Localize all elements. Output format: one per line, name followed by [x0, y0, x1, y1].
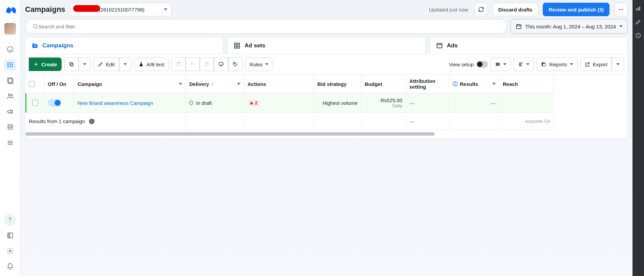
- tab-ads[interactable]: Ads: [430, 37, 628, 54]
- reports-icon: [541, 62, 546, 67]
- edit-button[interactable]: Edit: [93, 58, 119, 71]
- row-budget-cell: Rs525.00Daily: [361, 93, 406, 113]
- nav-billing-icon[interactable]: [4, 121, 16, 133]
- svg-point-34: [234, 63, 235, 64]
- account-selector[interactable]: (281021510077798): [70, 3, 172, 16]
- svg-rect-30: [69, 63, 72, 65]
- paste-button[interactable]: [171, 58, 186, 71]
- nav-settings-icon[interactable]: [4, 245, 16, 257]
- tag-icon: [233, 62, 238, 67]
- svg-rect-39: [519, 64, 521, 65]
- col-reach[interactable]: Reach: [499, 75, 554, 93]
- edit-more-button[interactable]: [119, 58, 131, 71]
- copy-icon: [69, 62, 74, 67]
- select-all-checkbox[interactable]: [29, 81, 35, 87]
- svg-point-14: [8, 124, 12, 127]
- updated-status: Updated just now: [429, 7, 468, 13]
- reports-button[interactable]: Reports: [537, 58, 578, 71]
- main-content: Campaigns (281021510077798) Updated just…: [20, 0, 632, 276]
- preview-button[interactable]: [214, 58, 228, 71]
- chevron-down-icon: [164, 8, 167, 10]
- tab-campaigns[interactable]: A Campaigns: [25, 37, 223, 54]
- svg-rect-24: [235, 43, 237, 45]
- svg-rect-44: [638, 7, 639, 10]
- col-budget[interactable]: Budget: [361, 75, 406, 93]
- row-name-cell: New Brand awareness Campaign: [74, 93, 186, 113]
- summary-reach-cell: Accounts Ce: [499, 113, 554, 130]
- info-icon[interactable]: i: [89, 119, 94, 124]
- undo-button[interactable]: [186, 58, 200, 71]
- history-icon[interactable]: [635, 32, 641, 39]
- redacted-name: [73, 5, 100, 12]
- campaign-toggle[interactable]: [48, 99, 61, 107]
- abtest-button[interactable]: A/B test: [134, 58, 169, 71]
- col-campaign[interactable]: Campaign: [74, 75, 186, 93]
- col-attribution[interactable]: Attribution setting: [406, 75, 449, 93]
- tag-button[interactable]: [228, 58, 242, 71]
- tab-adsets[interactable]: Ad sets: [227, 37, 425, 54]
- columns-button[interactable]: [491, 58, 511, 71]
- row-actions-cell: 2: [244, 93, 314, 113]
- create-button[interactable]: Create: [29, 58, 62, 71]
- folder-icon: A: [31, 42, 38, 49]
- trash-icon: [204, 62, 210, 67]
- search-input[interactable]: [38, 24, 500, 29]
- col-offon[interactable]: Off / On: [44, 75, 74, 93]
- svg-rect-3: [7, 66, 8, 67]
- discard-drafts-button[interactable]: Discard drafts: [493, 3, 538, 16]
- rules-button[interactable]: Rules: [245, 58, 273, 71]
- pencil-icon: [98, 62, 103, 67]
- refresh-button[interactable]: [474, 3, 488, 16]
- account-avatar[interactable]: [4, 23, 16, 34]
- view-setup-switch[interactable]: [476, 61, 488, 68]
- svg-rect-8: [12, 64, 13, 65]
- nav-notifications-icon[interactable]: [4, 260, 16, 273]
- delete-button[interactable]: [200, 58, 214, 71]
- col-actions[interactable]: Actions: [244, 75, 314, 93]
- svg-point-17: [9, 250, 11, 252]
- nav-reports-icon[interactable]: [4, 229, 16, 242]
- nav-adsets-icon[interactable]: [4, 74, 16, 87]
- edit-rail-icon[interactable]: [635, 19, 641, 25]
- date-range-picker[interactable]: This month: Aug 1, 2024 – Aug 13, 2024: [511, 19, 628, 34]
- duplicate-button[interactable]: [64, 58, 79, 71]
- campaign-name-link[interactable]: New Brand awareness Campaign: [78, 100, 153, 106]
- export-more-button[interactable]: [612, 58, 624, 71]
- nav-menu-icon[interactable]: [4, 137, 16, 149]
- horizontal-scrollbar[interactable]: [25, 132, 435, 136]
- warning-badge[interactable]: 2: [248, 100, 259, 106]
- summary-results-cell: [449, 113, 499, 130]
- svg-point-18: [619, 9, 620, 10]
- summary-attribution-cell: —: [406, 113, 449, 130]
- col-results[interactable]: ⓘResults: [449, 75, 499, 93]
- svg-rect-26: [235, 46, 237, 48]
- summary-label-cell: Results from 1 campaigni: [25, 113, 186, 130]
- breakdown-button[interactable]: [514, 58, 534, 71]
- left-nav: ?: [0, 0, 20, 276]
- nav-advertise-icon[interactable]: [4, 106, 16, 118]
- col-bid[interactable]: Bid strategy: [314, 75, 361, 93]
- svg-rect-43: [636, 8, 637, 10]
- row-checkbox[interactable]: [32, 100, 38, 106]
- nav-help-icon[interactable]: ?: [4, 214, 16, 226]
- chevron-down-icon[interactable]: [237, 83, 240, 85]
- nav-audiences-icon[interactable]: [4, 90, 16, 102]
- object-tabs: A Campaigns Ad sets Ads: [20, 37, 632, 54]
- chevron-down-icon: [570, 63, 573, 65]
- summary-delivery-cell: [186, 113, 244, 130]
- nav-overview-icon[interactable]: [4, 43, 16, 55]
- svg-rect-5: [9, 64, 11, 65]
- svg-point-21: [33, 24, 37, 28]
- more-options-button[interactable]: [614, 3, 628, 16]
- flask-icon: [138, 62, 144, 67]
- col-delivery[interactable]: Delivery↑: [186, 75, 244, 93]
- svg-point-12: [8, 94, 10, 96]
- export-button[interactable]: Export: [580, 58, 612, 71]
- search-filter-box[interactable]: [25, 19, 507, 34]
- chevron-down-icon[interactable]: [492, 83, 496, 85]
- nav-campaigns-icon[interactable]: [4, 59, 16, 71]
- chevron-down-icon[interactable]: [179, 83, 182, 85]
- duplicate-more-button[interactable]: [79, 58, 91, 71]
- charts-icon[interactable]: [635, 5, 641, 12]
- review-publish-button[interactable]: Review and publish (3): [543, 3, 609, 16]
